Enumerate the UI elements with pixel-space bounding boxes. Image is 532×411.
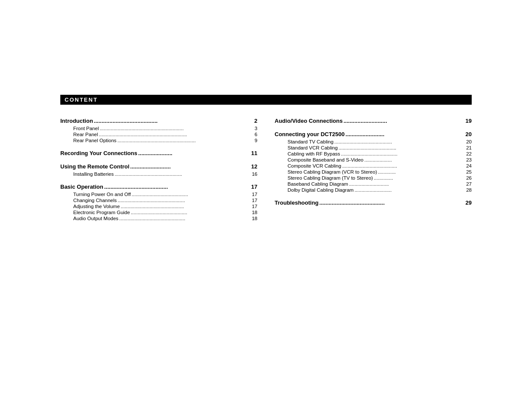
toc-page-program-guide: 18 <box>249 210 258 215</box>
toc-dots-connecting-dct: ......................... <box>345 131 462 137</box>
toc-entry-std-tv-cabling: Standard TV Cabling ....................… <box>275 139 472 144</box>
toc-entry-dolby-diagram: Dolby Digital Cabling Diagram ..........… <box>275 187 472 193</box>
toc-title-std-vcr-cabling: Standard VCR Cabling <box>288 145 338 150</box>
toc-dots-rf-bypass: ........................................… <box>341 151 462 156</box>
toc-title-basic-operation: Basic Operation <box>60 184 103 190</box>
toc-entry-connecting-dct: Connecting your DCT2500 ................… <box>275 131 472 137</box>
toc-entry-rf-bypass: Cabling with RF Bypass .................… <box>275 151 472 156</box>
toc-title-av-connections: Audio/Video Connections <box>275 118 343 124</box>
toc-entry-composite-baseband: Composite Baseband and S-Video .........… <box>275 157 472 162</box>
toc-entry-std-vcr-cabling: Standard VCR Cabling ...................… <box>275 145 472 150</box>
toc-title-troubleshooting: Troubleshooting <box>275 199 319 206</box>
toc-dots-front-panel: ........................................… <box>100 126 248 131</box>
toc-title-turning-power: Turning Power On and Off <box>73 192 131 197</box>
toc-dots-rear-panel-options: ........................................… <box>117 138 248 143</box>
toc-entry-changing-channels: Changing Channels ......................… <box>60 198 258 203</box>
header-title: CONTENT <box>65 97 98 103</box>
toc-title-introduction: Introduction <box>60 118 93 124</box>
toc-title-composite-vcr: Composite VCR Cabling <box>288 163 342 168</box>
toc-title-connecting-dct: Connecting your DCT2500 <box>275 131 345 137</box>
toc-dots-stereo-vcr: ............. <box>378 169 462 174</box>
toc-dots-av-connections: ............................ <box>343 118 462 124</box>
toc-entry-basic-operation: Basic Operation ........................… <box>60 184 258 190</box>
toc-dots-composite-vcr: ........................................ <box>342 163 462 168</box>
toc-entry-batteries: Installing Batteries ...................… <box>60 171 258 177</box>
toc-entry-composite-vcr: Composite VCR Cabling ..................… <box>275 163 472 168</box>
toc-page-composite-vcr: 24 <box>463 163 472 168</box>
toc-page-adjusting-volume: 17 <box>249 204 258 209</box>
toc-page-std-tv-cabling: 20 <box>463 139 472 144</box>
toc-dots-introduction: ........................................… <box>94 118 248 124</box>
toc-title-front-panel: Front Panel <box>73 126 99 131</box>
toc-entry-audio-output: Audio Output Modes .....................… <box>60 216 258 221</box>
toc-entry-front-panel: Front Panel ............................… <box>60 126 258 131</box>
toc-title-changing-channels: Changing Channels <box>73 198 117 203</box>
toc-title-adjusting-volume: Adjusting the Volume <box>73 204 120 209</box>
toc-entry-adjusting-volume: Adjusting the Volume ...................… <box>60 204 258 209</box>
toc-page-basic-operation: 17 <box>249 184 258 190</box>
toc-dots-std-vcr-cabling: ........................................… <box>339 145 462 150</box>
toc-page-introduction: 2 <box>249 118 258 124</box>
toc-page-dolby-diagram: 28 <box>463 187 472 193</box>
toc-entry-introduction: Introduction ...........................… <box>60 118 258 124</box>
toc-dots-stereo-tv: .............. <box>374 175 462 181</box>
toc-entry-turning-power: Turning Power On and Off ...............… <box>60 192 258 197</box>
toc-dots-rear-panel: ........................................… <box>99 132 248 137</box>
toc-title-remote: Using the Remote Control <box>60 163 129 170</box>
toc-title-dolby-diagram: Dolby Digital Cabling Diagram <box>288 187 354 193</box>
toc-entry-rear-panel: Rear Panel .............................… <box>60 132 258 137</box>
content-area: CONTENT Introduction ...................… <box>0 0 532 239</box>
toc-title-baseband-diagram: Baseband Cabling Diagram <box>288 181 348 187</box>
toc-page-recording: 11 <box>249 150 258 156</box>
toc-page-audio-output: 18 <box>249 216 258 221</box>
toc-title-batteries: Installing Batteries <box>73 171 114 177</box>
toc-entry-av-connections: Audio/Video Connections ................… <box>275 118 472 124</box>
toc-page-rear-panel-options: 9 <box>249 138 258 143</box>
toc-page-remote: 12 <box>249 163 258 170</box>
toc-title-std-tv-cabling: Standard TV Cabling <box>288 139 334 144</box>
toc-dots-recording: ...................... <box>138 150 248 156</box>
toc-page-rf-bypass: 22 <box>463 151 472 156</box>
toc-entry-troubleshooting: Troubleshooting ........................… <box>275 199 472 206</box>
content-header: CONTENT <box>60 95 472 105</box>
toc-page-av-connections: 19 <box>463 118 472 124</box>
toc-page-batteries: 16 <box>249 171 258 177</box>
toc-title-recording: Recording Your Connections <box>60 150 137 156</box>
toc-entry-stereo-tv: Stereo Cabling Diagram (TV to Stereo) ..… <box>275 175 472 181</box>
toc-dots-basic-operation: ........................................… <box>104 184 248 190</box>
toc-dots-turning-power: ........................................… <box>132 192 248 197</box>
toc-title-rear-panel-options: Rear Panel Options <box>73 138 116 143</box>
toc-entry-program-guide: Electronic Program Guide ...............… <box>60 210 258 215</box>
toc-dots-std-tv-cabling: ........................................… <box>334 139 462 144</box>
toc-title-stereo-tv: Stereo Cabling Diagram (TV to Stereo) <box>288 175 373 181</box>
toc-dots-program-guide: ........................................… <box>131 210 248 215</box>
toc-dots-changing-channels: ........................................… <box>118 198 248 203</box>
toc-dots-dolby-diagram: ........................... <box>355 187 462 193</box>
toc-page-baseband-diagram: 27 <box>463 181 472 187</box>
toc-entry-rear-panel-options: Rear Panel Options .....................… <box>60 138 258 143</box>
toc-page-rear-panel: 6 <box>249 132 258 137</box>
toc-page-front-panel: 3 <box>249 126 258 131</box>
toc-title-audio-output: Audio Output Modes <box>73 216 118 221</box>
toc-dots-troubleshooting: ........................................… <box>319 199 462 206</box>
toc-page-troubleshooting: 29 <box>463 199 472 206</box>
toc-dots-adjusting-volume: ........................................… <box>121 204 248 209</box>
toc-container: Introduction ...........................… <box>60 118 472 222</box>
toc-dots-baseband-diagram: ............................. <box>349 181 462 187</box>
toc-title-rear-panel: Rear Panel <box>73 132 98 137</box>
toc-right: Audio/Video Connections ................… <box>275 118 472 222</box>
toc-title-composite-baseband: Composite Baseband and S-Video <box>288 157 364 162</box>
toc-page-composite-baseband: 23 <box>463 157 472 162</box>
toc-title-rf-bypass: Cabling with RF Bypass <box>288 151 340 156</box>
page: CONTENT Introduction ...................… <box>0 0 532 411</box>
toc-dots-remote: .......................... <box>130 163 248 170</box>
toc-title-program-guide: Electronic Program Guide <box>73 210 130 215</box>
toc-dots-batteries: ........................................… <box>115 171 248 177</box>
toc-dots-composite-baseband: .................... <box>364 157 462 162</box>
toc-left: Introduction ...........................… <box>60 118 258 222</box>
toc-page-std-vcr-cabling: 21 <box>463 145 472 150</box>
toc-entry-remote: Using the Remote Control ...............… <box>60 163 258 170</box>
toc-page-changing-channels: 17 <box>249 198 258 203</box>
toc-page-stereo-tv: 26 <box>463 175 472 181</box>
toc-entry-recording: Recording Your Connections .............… <box>60 150 258 156</box>
